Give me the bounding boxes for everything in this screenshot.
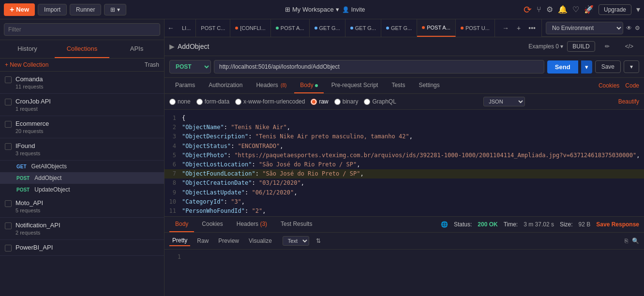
- url-input[interactable]: [214, 60, 544, 74]
- environment-select[interactable]: No Environment: [546, 22, 623, 34]
- sidebar-tab-history[interactable]: History: [0, 40, 55, 58]
- sync-icon[interactable]: ⟳: [524, 4, 532, 15]
- body-opt-binary[interactable]: binary: [334, 98, 359, 105]
- format-pretty-button[interactable]: Pretty: [169, 236, 190, 246]
- import-button[interactable]: Import: [38, 4, 67, 15]
- code-button[interactable]: </>: [619, 41, 639, 52]
- code-editor[interactable]: 1 { 2 "ObjectName": "Tenis Nike Air", 3 …: [165, 110, 644, 216]
- resp-tab-cookies[interactable]: Cookies: [196, 217, 228, 232]
- layout-button[interactable]: ⊞ ▾: [104, 4, 126, 15]
- method-badge-post: POST: [15, 175, 31, 181]
- beautify-button[interactable]: Beautify: [618, 98, 639, 105]
- bell-icon[interactable]: 🔔: [558, 5, 568, 14]
- collection-item[interactable]: Comanda 11 requests: [0, 72, 164, 94]
- upgrade-button[interactable]: Upgrade: [599, 4, 631, 15]
- body-opt-raw[interactable]: raw: [311, 98, 328, 105]
- collection-item[interactable]: Ecommerce 20 requests: [0, 116, 164, 138]
- sidebar-tab-collections[interactable]: Collections: [55, 40, 109, 58]
- response-format-select[interactable]: Text: [283, 236, 309, 246]
- filter-input[interactable]: [4, 23, 160, 36]
- resp-tab-test-results[interactable]: Test Results: [275, 217, 318, 232]
- code-line: 10 "CategoryId": "3",: [165, 197, 644, 207]
- new-button[interactable]: New: [4, 3, 35, 16]
- req-tab-body[interactable]: Body: [294, 78, 323, 93]
- trash-button[interactable]: Trash: [145, 61, 159, 68]
- collection-item[interactable]: CronJob API 1 request: [0, 94, 164, 116]
- method-select[interactable]: POST GET PUT DELETE: [169, 60, 211, 74]
- body-opt-urlencoded[interactable]: x-www-form-urlencoded: [235, 98, 305, 105]
- examples-button[interactable]: Examples 0 ▾: [528, 43, 563, 50]
- env-settings-icon[interactable]: ⚙: [635, 25, 640, 31]
- collection-name: Ecommerce: [15, 120, 49, 127]
- collection-item[interactable]: Notification_API 2 requests: [0, 218, 164, 240]
- req-tab-prerequest[interactable]: Pre-request Script: [326, 78, 384, 93]
- body-format-select[interactable]: JSON Text JavaScript XML HTML: [483, 97, 525, 106]
- search-resp-icon[interactable]: 🔍: [632, 237, 639, 244]
- collection-icon: [5, 76, 12, 83]
- tab-post-u[interactable]: POST U...: [456, 19, 495, 37]
- more-icon[interactable]: ▾: [636, 5, 640, 14]
- sub-item-addobject[interactable]: POST AddObject: [0, 172, 164, 184]
- body-opt-none[interactable]: none: [169, 98, 191, 105]
- code-line: 3 "ObjectDescription": "Tenis Nike Air p…: [165, 132, 644, 141]
- fork-icon[interactable]: ⑂: [537, 5, 541, 14]
- tab-get-g1[interactable]: GET G...: [310, 19, 345, 37]
- tab-dot: [422, 26, 425, 29]
- code-link[interactable]: Code: [625, 82, 639, 89]
- resp-tab-body[interactable]: Body: [169, 217, 194, 232]
- build-button[interactable]: BUILD: [567, 41, 595, 52]
- tab-confli[interactable]: [CONFLI...: [230, 19, 271, 37]
- heart-icon[interactable]: ♡: [572, 5, 579, 14]
- resp-tab-headers[interactable]: Headers (3): [231, 217, 273, 232]
- sub-item-updateobject[interactable]: POST UpdateObject: [0, 184, 164, 195]
- tab-get-g3[interactable]: GET G...: [381, 19, 417, 37]
- collection-icon: [5, 200, 12, 207]
- save-button[interactable]: Save: [595, 60, 621, 73]
- new-collection-button[interactable]: + New Collection: [5, 61, 48, 68]
- sidebar-tab-apis[interactable]: APIs: [109, 40, 164, 58]
- format-preview-button[interactable]: Preview: [215, 236, 242, 246]
- status-label: Status:: [454, 221, 472, 228]
- sort-icon[interactable]: ⇅: [316, 237, 321, 244]
- tab-post-a-active[interactable]: POST A...: [417, 19, 456, 37]
- req-tab-auth[interactable]: Authorization: [203, 78, 248, 93]
- req-tab-params[interactable]: Params: [169, 78, 201, 93]
- tab-get-g2[interactable]: GET G...: [345, 19, 381, 37]
- tab-back-button[interactable]: ←: [165, 24, 177, 32]
- req-tab-tests[interactable]: Tests: [386, 78, 411, 93]
- tab-overflow-button[interactable]: •••: [525, 24, 539, 32]
- body-opt-formdata[interactable]: form-data: [196, 98, 229, 105]
- copy-icon[interactable]: ⎘: [625, 237, 628, 244]
- settings-icon[interactable]: ⚙: [546, 5, 553, 14]
- req-tab-settings[interactable]: Settings: [413, 78, 445, 93]
- invite-button[interactable]: 👤 Invite: [342, 6, 365, 13]
- runner-button[interactable]: Runner: [70, 4, 101, 15]
- workspace-center: ⊞ My Workspace ▾ 👤 Invite: [129, 6, 521, 13]
- tab-li[interactable]: LI...: [177, 19, 196, 37]
- sub-item-getallobjects[interactable]: GET GetAllObjects: [0, 161, 164, 172]
- send-button[interactable]: Send: [547, 60, 578, 74]
- req-tab-headers[interactable]: Headers (8): [250, 78, 292, 93]
- save-response-button[interactable]: Save Response: [596, 221, 639, 228]
- tab-post-c[interactable]: POST C...: [196, 19, 230, 37]
- collection-item-ifound[interactable]: IFound 3 requests: [0, 138, 164, 161]
- format-visualize-button[interactable]: Visualize: [246, 236, 275, 246]
- format-raw-button[interactable]: Raw: [194, 236, 211, 246]
- edit-button[interactable]: ✏: [599, 41, 615, 52]
- tab-post-a1[interactable]: POST A...: [271, 19, 310, 37]
- body-opt-graphql[interactable]: GraphQL: [364, 98, 396, 105]
- method-badge-post: POST: [15, 187, 31, 193]
- collection-item[interactable]: PowerBI_API: [0, 240, 164, 256]
- cookies-link[interactable]: Cookies: [599, 82, 619, 89]
- tab-label: [CONFLI...: [240, 25, 266, 31]
- workspace-button[interactable]: ⊞ My Workspace ▾: [285, 6, 339, 13]
- collection-item[interactable]: Moto_API 5 requests: [0, 195, 164, 218]
- send-dropdown-button[interactable]: ▾: [581, 60, 592, 74]
- eye-icon[interactable]: 👁: [626, 25, 632, 31]
- tab-forward-button[interactable]: →: [499, 24, 512, 32]
- code-line: 2 "ObjectName": "Tenis Nike Air",: [165, 123, 644, 132]
- tab-add-button[interactable]: +: [514, 24, 524, 32]
- expand-arrow[interactable]: ▶: [169, 43, 175, 50]
- rocket-icon[interactable]: 🚀: [584, 5, 594, 14]
- save-dropdown-button[interactable]: ▾: [624, 60, 639, 73]
